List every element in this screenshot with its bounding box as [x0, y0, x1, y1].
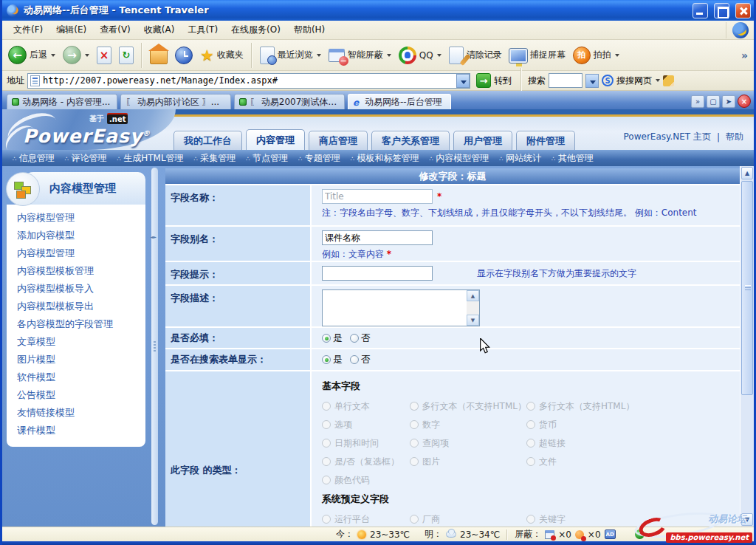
scroll-up-icon[interactable]: ▲ [467, 290, 479, 301]
site-nav-tab[interactable]: 内容管理 [246, 129, 305, 150]
field-tip-input[interactable] [322, 266, 433, 281]
sub-menu-item[interactable]: 生成HTML管理 [117, 152, 183, 165]
sidebar-menu-item[interactable]: 公告模型 [9, 386, 143, 404]
qq-button[interactable]: QQ [396, 44, 444, 66]
sidebar-menu-item[interactable]: 友情链接模型 [9, 404, 143, 422]
sub-menu-item[interactable]: 采集管理 [194, 152, 236, 165]
paipai-button[interactable]: 拍 拍拍 [570, 44, 622, 66]
scroll-thumb[interactable] [741, 181, 753, 395]
recent-button[interactable]: 最近浏览 [257, 44, 324, 66]
site-nav-tab[interactable]: 商店管理 [309, 131, 368, 150]
scroll-up-button[interactable]: ▲ [741, 167, 753, 179]
smart-block-label: 智能屏蔽 [348, 49, 383, 61]
history-button[interactable] [172, 44, 196, 66]
sidebar-menu-item[interactable]: 各内容模型的字段管理 [9, 315, 143, 333]
favorites-button[interactable]: ★ 收藏夹 [197, 46, 247, 65]
menu-item[interactable]: 在线服务(O) [224, 21, 287, 39]
textarea-scrollbar[interactable]: ▲ ▼ [467, 290, 479, 326]
sub-menu-item[interactable]: 网站统计 [499, 152, 541, 165]
powereasy-home-link[interactable]: PowerEasy.NET 主页 [624, 131, 711, 143]
search-engine-label[interactable]: 搜搜网页 [616, 75, 652, 87]
menu-item[interactable]: 文件(F) [7, 21, 49, 39]
sub-menu-item[interactable]: 信息管理 [13, 152, 55, 165]
refresh-button[interactable]: ↻ [116, 44, 137, 66]
smart-block-button[interactable]: 智能屏蔽 [326, 47, 394, 64]
menu-item[interactable]: 帮助(H) [287, 21, 331, 39]
browser-tab[interactable]: 动易网络 - 内容管理... [7, 94, 117, 109]
sub-menu-item[interactable]: 内容模型管理 [430, 152, 489, 165]
link-separator: | [717, 132, 720, 143]
sidebar-menu-item[interactable]: 添加内容模型 [9, 227, 143, 244]
sidebar-menu-item[interactable]: 内容模型管理 [9, 244, 143, 262]
help-link[interactable]: 帮助 [726, 131, 743, 143]
sidebar-menu-item[interactable]: 软件模型 [9, 369, 143, 386]
sidebar-menu-item[interactable]: 课件模型 [9, 422, 143, 439]
sub-menu-item[interactable]: 节点管理 [246, 152, 288, 165]
main-scrollbar[interactable]: ▲ ▼ [740, 166, 754, 527]
radio-no[interactable] [350, 355, 359, 364]
tab-overflow-button[interactable]: » [691, 95, 704, 108]
sub-menu-item[interactable]: 其他管理 [551, 152, 594, 165]
scroll-down-button[interactable]: ▼ [741, 513, 753, 526]
menu-item[interactable]: 收藏(A) [137, 21, 182, 39]
menu-item[interactable]: 编辑(E) [49, 21, 93, 39]
menu-item[interactable]: 工具(T) [181, 21, 224, 39]
search-engine-caret-icon[interactable] [656, 79, 660, 82]
sub-menu-item[interactable]: 模板和标签管理 [351, 152, 419, 165]
radio-yes[interactable] [322, 355, 331, 364]
maximize-button[interactable] [714, 3, 729, 18]
sub-menu-item[interactable]: 专题管理 [298, 152, 340, 165]
radio-no[interactable] [350, 334, 359, 343]
sidebar-menu-item[interactable]: 文章模型 [9, 333, 143, 351]
close-tab-button[interactable]: × [738, 95, 751, 108]
address-dropdown-icon[interactable] [456, 74, 470, 88]
capture-screen-button[interactable]: 捕捉屏幕 [506, 45, 568, 65]
browser-tab[interactable]: 动易网络--后台管理 [348, 94, 451, 109]
ad-filter-icon[interactable]: AD [605, 529, 616, 539]
go-button[interactable]: → 转到 [473, 71, 515, 90]
site-nav-tab[interactable]: 用户管理 [453, 131, 512, 150]
back-button[interactable]: ← 后退 [5, 44, 58, 66]
back-caret-icon[interactable] [51, 54, 55, 57]
sub-menu-item[interactable]: 评论管理 [65, 152, 107, 165]
sidebar-splitter[interactable] [151, 168, 158, 525]
blocked-popup-icon[interactable] [545, 530, 554, 539]
home-button[interactable] [147, 44, 171, 66]
blocked-float-icon[interactable] [575, 530, 584, 539]
new-tab-button[interactable]: ▢ [707, 95, 720, 108]
browser-tab[interactable]: 〖 动易2007测试体验... [234, 94, 345, 109]
close-button[interactable] [735, 3, 751, 18]
smart-block-caret-icon[interactable] [387, 54, 391, 57]
sidebar-menu-item[interactable]: 内容模型模板管理 [9, 262, 143, 280]
field-desc-textarea[interactable]: ▲ ▼ [322, 289, 480, 326]
scroll-down-icon[interactable]: ▼ [467, 315, 479, 326]
toolbar-overflow-button[interactable]: » [738, 49, 751, 61]
address-input[interactable] [43, 75, 456, 86]
radio-yes[interactable] [322, 334, 331, 343]
site-header: 基于 .net PowerEasy® 我的工作台 内容管理 商店管理 客户关系管… [2, 109, 754, 150]
sidebar-menu-item[interactable]: 内容模型管理 [9, 209, 143, 227]
search-dropdown-icon[interactable] [585, 74, 599, 88]
site-nav-tab[interactable]: 附件管理 [516, 131, 575, 150]
browser-tab[interactable]: 〖 动易内部讨论区 〗... [120, 94, 231, 109]
sidebar-menu-item[interactable]: 图片模型 [9, 351, 143, 369]
clear-history-button[interactable]: 清除记录 [446, 44, 505, 66]
site-nav-tab[interactable]: 我的工作台 [173, 131, 242, 150]
menu-item[interactable]: 查看(V) [93, 21, 137, 39]
forward-button[interactable]: → [60, 44, 92, 66]
paipai-caret-icon[interactable] [615, 54, 619, 57]
minimize-button[interactable] [693, 3, 708, 18]
browser-tabs: 动易网络 - 内容管理... 〖 动易内部讨论区 〗... 〖 动易2007测试… [5, 94, 453, 109]
forward-caret-icon[interactable] [85, 54, 89, 57]
qq-caret-icon[interactable] [437, 54, 441, 57]
field-alias-input[interactable] [322, 230, 433, 245]
sidebar-menu-item[interactable]: 内容模型模板导入 [9, 280, 143, 298]
field-name-input[interactable] [322, 189, 433, 204]
pencil-icon[interactable] [663, 75, 674, 86]
recent-caret-icon[interactable] [317, 54, 321, 57]
sidebar-menu-item[interactable]: 内容模型模板导出 [9, 298, 143, 315]
site-nav-tab[interactable]: 客户关系管理 [371, 131, 450, 150]
search-input[interactable] [549, 73, 583, 88]
stop-button[interactable]: × [94, 44, 114, 66]
pin-tab-button[interactable]: ➤ [722, 95, 735, 108]
